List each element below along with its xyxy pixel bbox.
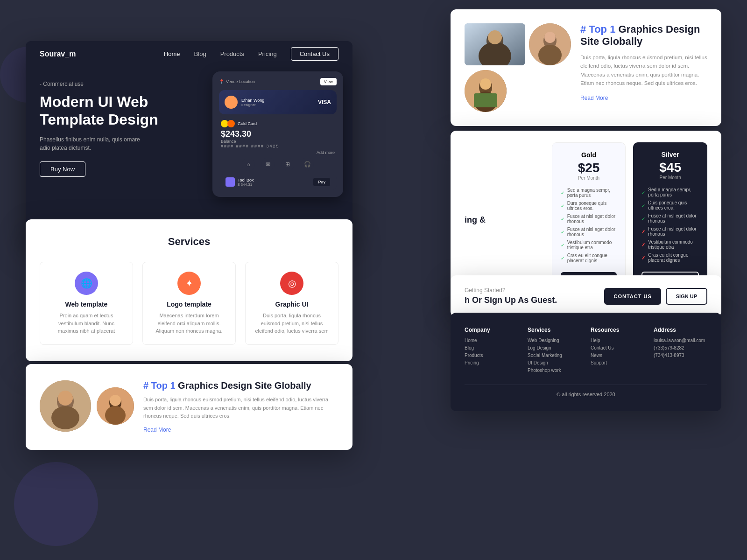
mockup-user-sub: designer	[241, 103, 314, 107]
pricing-plan-name-silver: Silver	[641, 151, 699, 158]
pricing-feature: ✗Fusce at nisl eget dolor rhonous	[641, 225, 699, 238]
mockup-location: 📍 Venue Location	[219, 79, 255, 84]
mockup-grid-icon[interactable]: ⊞	[281, 158, 294, 171]
mockup-home-icon[interactable]: ⌂	[242, 158, 255, 171]
footer-copyright: © all rights reserved 2020	[465, 385, 707, 397]
pricing-feature: ✓Fusce at nisl eget dolor rhonous	[641, 212, 699, 225]
footer-email[interactable]: louisa.lawson@mail.com	[654, 338, 707, 343]
service-card-web: 🌐 Web template Proin ac quam et lectus v…	[40, 262, 133, 345]
footer-columns: Company Home Blog Products Pricing Servi…	[465, 327, 707, 375]
about-read-more-link[interactable]: Read More	[143, 427, 171, 433]
mockup-tool-info: Tool Box $ 344.31	[238, 178, 310, 187]
footer-link[interactable]: Social Marketing	[528, 353, 581, 358]
pricing-feature: ✗Cras eu elit congue placerat dignes	[641, 251, 699, 264]
footer-col-title-resources: Resources	[591, 327, 644, 333]
svg-point-7	[110, 395, 121, 406]
pricing-price-silver: $45	[641, 160, 699, 175]
pricing-features-gold: ✓Sed a magna sempr, porta purus ✓Dura po…	[561, 186, 617, 265]
footer-link[interactable]: Products	[465, 353, 518, 358]
footer-col-resources: Resources Help Contact Us News Support	[591, 327, 644, 375]
mockup-balance-row: Gold Card	[221, 118, 335, 129]
nav-logo: Sourav_m	[40, 50, 76, 58]
footer-link[interactable]: UI Design	[528, 360, 581, 365]
nav-contact-button[interactable]: Contact Us	[291, 47, 338, 61]
right-about-images	[465, 23, 571, 112]
mockup-pay-button[interactable]: Pay	[313, 178, 330, 186]
pricing-feature: ✓Fusce at nisl eget dolor rhonous	[561, 225, 617, 238]
cta-panel: Getting Started? h Or Sign Up As Guest. …	[451, 275, 721, 317]
mockup-headphone-icon[interactable]: 🎧	[301, 158, 314, 171]
right-images-row1	[465, 23, 571, 65]
nav-blog[interactable]: Blog	[194, 50, 206, 57]
pricing-feature: ✓Sed a magna sempr, porta purus	[561, 186, 617, 199]
cta-contact-button[interactable]: CONTACT US	[604, 288, 661, 305]
footer-link[interactable]: Web Designing	[528, 338, 581, 343]
nav-home[interactable]: Home	[164, 50, 180, 57]
service-icon-web: 🌐	[75, 272, 98, 295]
mockup-toolbar: Tool Box $ 344.31 Pay	[219, 174, 337, 190]
footer-col-address: Address louisa.lawson@mail.com (733)579-…	[654, 327, 707, 375]
pricing-period-gold: Per Month	[561, 175, 617, 181]
mockup-card-inner: Ethan Wong designer VISA	[219, 90, 337, 114]
about-hash: #	[143, 380, 151, 391]
cta-title: h Or Sign Up As Guest.	[465, 295, 557, 305]
service-icon-logo: ✦	[177, 272, 201, 295]
mockup-amount: $243.30	[221, 129, 335, 139]
footer-col-title-company: Company	[465, 327, 518, 333]
svg-point-3	[58, 391, 73, 406]
footer-col-services: Services Web Designing Log Design Social…	[528, 327, 581, 375]
hero-section: - Commercial use Modern UI Web Template …	[26, 67, 352, 242]
cta-signup-button[interactable]: SIGN UP	[666, 288, 707, 305]
about-section-bottom: # Top 1 Graphics Design Site Globally Du…	[26, 364, 352, 450]
mockup-card-details: Gold Card $243.30 Balance #### #### ####…	[219, 118, 337, 155]
nav-products[interactable]: Products	[220, 50, 244, 57]
footer-link[interactable]: Pricing	[465, 360, 518, 365]
nav-links: Home Blog Products Pricing Contact Us	[164, 47, 338, 61]
pricing-feature: ✓Cras eu elit congue placerat dignis	[561, 252, 617, 265]
svg-rect-21	[474, 93, 497, 107]
pricing-feature: ✓Dura poneque quis ultrices eros.	[561, 199, 617, 212]
right-about-desc: Duis porta, ligula rhoncus euismod preti…	[580, 53, 707, 88]
pricing-period-silver: Per Month	[641, 175, 699, 180]
footer-link[interactable]: Contact Us	[591, 345, 644, 350]
mockup-balance-label: Balance	[221, 139, 335, 144]
footer-panel: Company Home Blog Products Pricing Servi…	[451, 313, 721, 411]
footer-phone2: (734)413-8973	[654, 353, 707, 358]
pricing-price-gold: $25	[561, 161, 617, 175]
footer-link[interactable]: Home	[465, 338, 518, 343]
footer-link[interactable]: Help	[591, 338, 644, 343]
footer-col-title-address: Address	[654, 327, 707, 333]
pricing-feature: ✗Vestibulum commodo tristique etra	[641, 238, 699, 251]
service-card-graphic: ◎ Graphic UI Duis porta, ligula rhoncus …	[245, 262, 338, 345]
right-img-circle2	[465, 70, 507, 112]
hero-mockup: 📍 Venue Location View Ethan Wong designe…	[212, 71, 343, 230]
nav-pricing[interactable]: Pricing	[258, 50, 277, 57]
pricing-card-gold: Gold $25 Per Month ✓Sed a magna sempr, p…	[552, 142, 626, 298]
svg-point-2	[51, 406, 79, 429]
right-read-more-link[interactable]: Read More	[580, 95, 608, 101]
hero-title: Modern UI Web Template Design	[40, 93, 170, 129]
pricing-feature: ✓Duis poneque quis ultrices croa.	[641, 199, 699, 212]
footer-link[interactable]: Photoshop work	[528, 368, 581, 373]
footer-link[interactable]: Blog	[465, 345, 518, 350]
footer-link[interactable]: Support	[591, 360, 644, 365]
mockup-view-button[interactable]: View	[320, 78, 337, 85]
mockup-visa: VISA	[318, 99, 331, 105]
mockup-user-info: Ethan Wong designer	[241, 98, 314, 107]
mockup-user-name: Ethan Wong	[241, 98, 314, 103]
hero-buy-button[interactable]: Buy Now	[40, 161, 85, 177]
footer-link[interactable]: Log Design	[528, 345, 581, 350]
footer-link[interactable]: News	[591, 353, 644, 358]
about-images	[40, 380, 134, 432]
svg-point-6	[105, 406, 126, 425]
pricing-features-silver: ✓Sed a magna sempr, porta purus ✓Duis po…	[641, 186, 699, 264]
pricing-feature: ✓Vestibulum commodo tristique etra	[561, 238, 617, 252]
mockup-mail-icon[interactable]: ✉	[261, 158, 275, 171]
service-desc-graphic: Duis porta, ligula rhoncus euismod preti…	[253, 312, 331, 335]
pricing-cards: Gold $25 Per Month ✓Sed a magna sempr, p…	[552, 142, 707, 298]
footer-phone1: (733)579-8282	[654, 345, 707, 350]
hero-subtitle: Phasellus finibus enim nulla, quis ornar…	[40, 135, 142, 152]
service-desc-web: Proin ac quam et lectus vestibulum bland…	[48, 312, 125, 335]
right-about-title: # Top 1 Graphics Design Site Globally	[580, 23, 707, 48]
mockup-gold-card: Gold Card	[221, 120, 257, 127]
